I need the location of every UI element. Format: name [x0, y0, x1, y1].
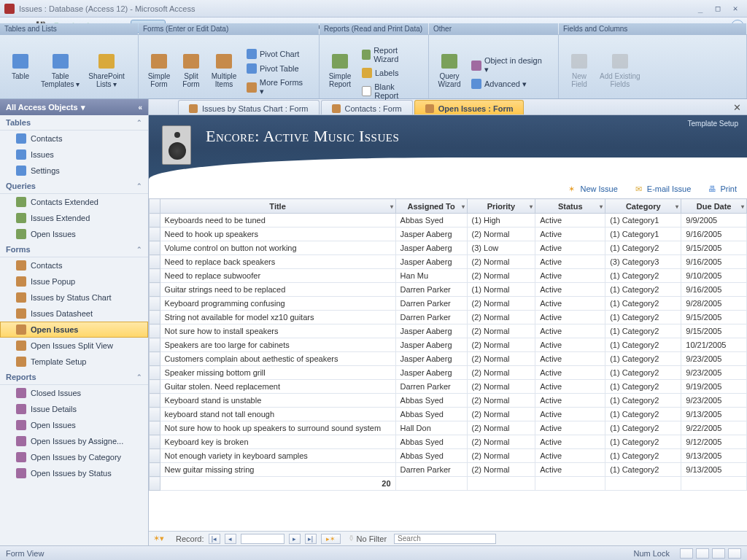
cell-assigned[interactable]: Jasper Aaberg — [395, 352, 467, 366]
ribbon-report-wizard[interactable]: Report Wizard — [359, 44, 421, 65]
ribbon-table-templates[interactable]: Table Templates ▾ — [36, 50, 84, 96]
row-selector[interactable] — [150, 408, 160, 421]
cell-priority[interactable]: (3) Low — [467, 241, 535, 255]
nav-item[interactable]: Issues — [0, 147, 148, 163]
cell-priority[interactable]: (2) Normal — [467, 408, 535, 421]
cell-assigned[interactable]: Jasper Aaberg — [395, 241, 467, 255]
cell-priority[interactable]: (2) Normal — [467, 380, 535, 394]
cell-priority[interactable]: (2) Normal — [467, 228, 535, 241]
cell-status[interactable]: Active — [535, 297, 605, 311]
cell-assigned[interactable]: Darren Parker — [395, 311, 467, 324]
cell-title[interactable]: Need to hook up speakers — [160, 228, 395, 241]
table-row[interactable]: Not sure how to install speakers Jasper … — [150, 324, 747, 338]
cell-category[interactable]: (1) Category2 — [605, 380, 681, 394]
row-selector[interactable] — [150, 463, 160, 477]
cell-status[interactable]: Active — [535, 449, 605, 463]
nav-category[interactable]: Queries⌃ — [0, 179, 148, 194]
nav-header[interactable]: All Access Objects ▾ « — [0, 99, 148, 115]
cell-status[interactable]: Active — [535, 324, 605, 338]
cell-title[interactable]: Speakers are too large for cabinets — [160, 338, 395, 352]
cell-priority[interactable]: (2) Normal — [467, 366, 535, 380]
cell-status[interactable]: Active — [535, 283, 605, 297]
cell-assigned[interactable]: Jasper Aaberg — [395, 228, 467, 241]
ribbon-labels[interactable]: Labels — [359, 66, 421, 79]
cell-title[interactable]: Need to replace subwoofer — [160, 269, 395, 283]
cell-priority[interactable]: (1) Normal — [467, 283, 535, 297]
ribbon-pivot-chart[interactable]: Pivot Chart — [244, 47, 311, 61]
row-selector[interactable] — [150, 269, 160, 283]
cell-status[interactable]: Active — [535, 228, 605, 241]
col-due[interactable]: Due Date▾ — [681, 199, 747, 214]
table-row[interactable]: Not enough variety in keyboard samples A… — [150, 449, 747, 463]
cell-due[interactable]: 9/10/2005 — [681, 269, 747, 283]
cell-category[interactable]: (1) Category2 — [605, 338, 681, 352]
nav-item[interactable]: Open Issues — [0, 417, 148, 433]
cell-status[interactable]: Active — [535, 366, 605, 380]
cell-status[interactable]: Active — [535, 463, 605, 477]
cell-category[interactable]: (1) Category2 — [605, 408, 681, 421]
cell-due[interactable]: 9/23/2005 — [681, 394, 747, 408]
maximize-button[interactable]: □ — [711, 3, 725, 15]
ribbon-split-form[interactable]: Split Form — [175, 50, 207, 96]
row-selector[interactable] — [150, 380, 160, 394]
table-row[interactable]: Guitar stolen. Need replacement Darren P… — [150, 380, 747, 394]
cell-priority[interactable]: (2) Normal — [467, 297, 535, 311]
row-selector[interactable] — [150, 449, 160, 463]
nav-item[interactable]: Closed Issues — [0, 385, 148, 401]
last-record-button[interactable]: ▸| — [305, 534, 317, 544]
col-assigned[interactable]: Assigned To▾ — [395, 199, 467, 214]
nav-item[interactable]: Open Issues — [0, 226, 148, 242]
cell-priority[interactable]: (2) Normal — [467, 311, 535, 324]
cell-status[interactable]: Active — [535, 380, 605, 394]
cell-title[interactable]: Volume control on button not working — [160, 241, 395, 255]
cell-category[interactable]: (1) Category1 — [605, 214, 681, 228]
cell-due[interactable]: 10/21/2005 — [681, 338, 747, 352]
cell-assigned[interactable]: Abbas Syed — [395, 435, 467, 449]
cell-title[interactable]: Not enough variety in keyboard samples — [160, 449, 395, 463]
cell-title[interactable]: Speaker missing bottom grill — [160, 366, 395, 380]
data-table[interactable]: Title▾ Assigned To▾ Priority▾ Status▾ Ca… — [149, 198, 747, 531]
nav-item[interactable]: Issue Details — [0, 401, 148, 417]
cell-status[interactable]: Active — [535, 311, 605, 324]
ribbon-query-wizard[interactable]: Query Wizard — [433, 50, 465, 96]
cell-title[interactable]: Customers complain about aethestic of sp… — [160, 352, 395, 366]
table-row[interactable]: Speakers are too large for cabinets Jasp… — [150, 338, 747, 352]
tab-contacts[interactable]: Contacts : Form — [321, 100, 413, 114]
cell-status[interactable]: Active — [535, 394, 605, 408]
table-row[interactable]: Need to replace subwoofer Han Mu (2) Nor… — [150, 269, 747, 283]
cell-due[interactable]: 9/16/2005 — [681, 255, 747, 269]
table-row[interactable]: Not sure how to hook up speakers to surr… — [150, 421, 747, 435]
row-selector-header[interactable] — [150, 199, 160, 214]
cell-due[interactable]: 9/15/2005 — [681, 324, 747, 338]
nav-item[interactable]: Open Issues — [0, 322, 148, 338]
cell-assigned[interactable]: Jasper Aaberg — [395, 366, 467, 380]
record-number-input[interactable] — [241, 534, 285, 544]
row-selector[interactable] — [150, 241, 160, 255]
cell-category[interactable]: (1) Category2 — [605, 311, 681, 324]
ribbon-table[interactable]: Table — [4, 50, 36, 96]
row-selector[interactable] — [150, 324, 160, 338]
cell-assigned[interactable]: Abbas Syed — [395, 449, 467, 463]
cell-priority[interactable]: (2) Normal — [467, 255, 535, 269]
row-selector[interactable] — [150, 214, 160, 228]
cell-title[interactable]: Keyboard stand is unstable — [160, 394, 395, 408]
email-issue-link[interactable]: ✉E-mail Issue — [635, 184, 692, 193]
cell-due[interactable]: 9/15/2005 — [681, 241, 747, 255]
row-selector[interactable] — [150, 283, 160, 297]
collapse-nav-icon[interactable]: « — [138, 104, 142, 112]
nav-item[interactable]: Open Issues by Category — [0, 449, 148, 465]
cell-priority[interactable]: (2) Normal — [467, 352, 535, 366]
ribbon-more-forms[interactable]: More Forms ▾ — [244, 77, 311, 98]
col-status[interactable]: Status▾ — [535, 199, 605, 214]
cell-title[interactable]: Guitar strings need to be replaced — [160, 283, 395, 297]
cell-category[interactable]: (1) Category2 — [605, 269, 681, 283]
cell-assigned[interactable]: Jasper Aaberg — [395, 324, 467, 338]
cell-assigned[interactable]: Darren Parker — [395, 463, 467, 477]
ribbon-pivot-table[interactable]: Pivot Table — [244, 62, 311, 75]
cell-assigned[interactable]: Han Mu — [395, 269, 467, 283]
col-category[interactable]: Category▾ — [605, 199, 681, 214]
nav-item[interactable]: Open Issues by Status — [0, 465, 148, 481]
table-row[interactable]: New guitar missing string Darren Parker … — [150, 463, 747, 477]
table-row[interactable]: Keyboards need to be tuned Abbas Syed (1… — [150, 214, 747, 228]
tab-open-issues[interactable]: Open Issues : Form — [414, 100, 525, 114]
